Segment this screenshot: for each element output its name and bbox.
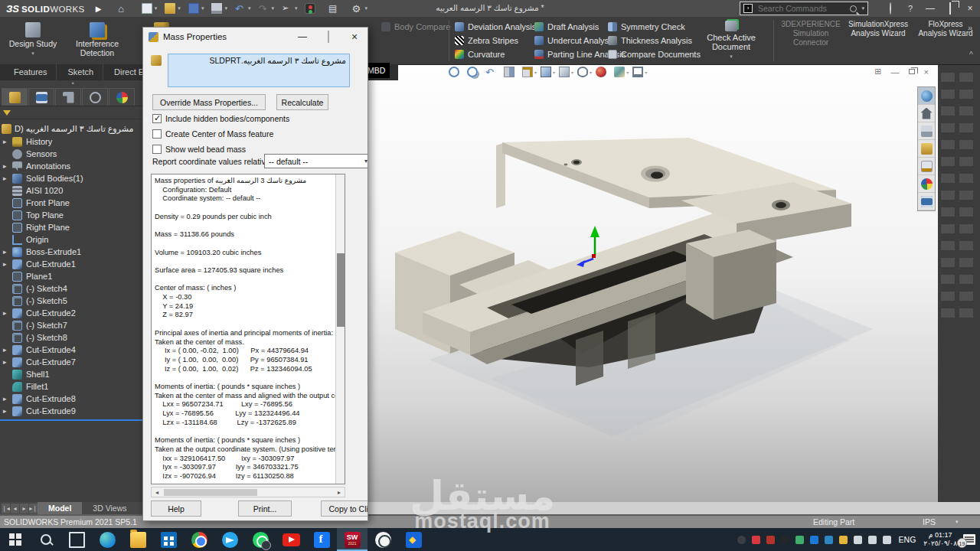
search-caret-icon[interactable]: ▾ [861, 5, 864, 11]
chevron-down-icon[interactable]: ▾ [534, 70, 537, 75]
expand-arrow-icon[interactable] [3, 395, 12, 403]
ribbon-button[interactable]: Design Study ▾ [3, 20, 63, 67]
chevron-down-icon[interactable]: ▾ [571, 70, 573, 75]
restore-icon[interactable] [940, 0, 960, 17]
hud-tool[interactable]: ▾ [613, 67, 629, 77]
task-pane-tab[interactable] [918, 105, 935, 122]
recalculate-button[interactable]: Recalculate [276, 94, 328, 110]
task-pane-tab[interactable] [918, 87, 935, 105]
check-active-document-button[interactable]: Check Active Document ▾ [690, 21, 773, 60]
tree-item[interactable]: Fillet1 [0, 380, 145, 393]
taskbar-app[interactable] [306, 528, 337, 551]
help-button[interactable]: Help [151, 500, 201, 517]
tree-filter[interactable] [0, 106, 145, 119]
tab-feature-tree[interactable] [2, 88, 28, 106]
chevron-down-icon[interactable]: ▾ [553, 70, 555, 75]
selected-document-field[interactable]: مشروع تاسك ٣ الرسمه الغربيه.SLDPRT [168, 54, 350, 87]
ribbon-collapse-icon[interactable]: ^ [969, 51, 973, 59]
tray-icon[interactable] [781, 536, 789, 544]
ribbon-button[interactable]: Thickness Analysis [608, 34, 701, 46]
tree-item[interactable]: Cut-Extrude1 [0, 258, 145, 270]
hud-tool[interactable]: ▾ [521, 67, 537, 77]
ribbon-button[interactable]: Compare Documents [608, 48, 701, 60]
taskbar-app[interactable] [153, 528, 184, 551]
ribbon-button[interactable]: Zebra Stripes [455, 34, 536, 46]
chevron-down-icon[interactable]: ▾ [271, 5, 274, 11]
chevron-down-icon[interactable]: ▾ [690, 54, 773, 60]
taskbar-app[interactable] [61, 528, 92, 551]
search-commands-box[interactable]: › ▾ [740, 2, 868, 15]
hud-tool[interactable]: ▾ [632, 67, 648, 77]
checkbox[interactable] [152, 129, 162, 139]
tree-item[interactable]: Boss-Extrude1 [0, 246, 145, 258]
expand-arrow-icon[interactable] [3, 174, 12, 182]
tray-icon[interactable] [795, 536, 804, 544]
ribbon-button[interactable]: Interference Detection ▾ [67, 20, 127, 67]
taskbar-app[interactable] [31, 528, 61, 551]
dialog-checkbox-row[interactable]: Include hidden bodies/components [152, 113, 289, 123]
ribbon-button[interactable]: Symmetry Check [608, 21, 701, 32]
checkbox[interactable] [152, 145, 162, 154]
doc-minimize-icon[interactable]: — [891, 67, 900, 77]
print-button[interactable]: Print... [238, 500, 292, 517]
units-caret-icon[interactable]: ▾ [956, 519, 959, 525]
last-tab-icon[interactable]: ▸❘ [29, 504, 38, 514]
scroll-right-icon[interactable]: ▸ [334, 489, 345, 496]
taskbar-app[interactable] [276, 528, 306, 551]
chevron-down-icon[interactable]: ▾ [201, 5, 204, 11]
first-tab-icon[interactable]: ❘◂ [2, 504, 10, 514]
coordinate-system-dropdown[interactable]: -- default -- ▾ [264, 154, 368, 168]
chevron-down-icon[interactable]: ▾ [31, 49, 34, 58]
chevron-down-icon[interactable]: ▾ [224, 5, 227, 11]
task-pane-tab[interactable] [918, 158, 935, 175]
horizontal-scrollbar[interactable]: ◂ ▸ [151, 487, 345, 497]
body-compare-button[interactable]: Body Compare [381, 22, 450, 31]
tray-icon[interactable] [737, 536, 746, 544]
taskbar-app[interactable] [184, 528, 214, 551]
ribbon-overflow-icon[interactable]: » [968, 23, 972, 32]
chevron-down-icon[interactable]: ▾ [248, 5, 251, 11]
tree-item[interactable]: (-) Sketch8 [0, 331, 145, 344]
hud-tool[interactable]: ▾ [577, 67, 593, 77]
tree-item[interactable]: (-) Sketch4 [0, 282, 145, 295]
close-icon[interactable]: × [960, 0, 980, 17]
hud-tool[interactable]: ▾ [448, 67, 464, 77]
hud-tool[interactable]: ▾ [485, 67, 501, 77]
expand-arrow-icon[interactable] [3, 346, 12, 354]
hud-tool[interactable]: ▾ [540, 67, 556, 77]
ribbon-button[interactable]: Deviation Analysis [455, 21, 536, 32]
tree-item[interactable]: Plane1 [0, 270, 145, 282]
clock[interactable]: 01:17 م ٢٠٢٥/٠٩/٠٨ [923, 531, 957, 548]
task-pane-tab[interactable] [918, 122, 935, 140]
tree-item[interactable]: AISI 1020 [0, 184, 145, 197]
copy-to-clipboard-button[interactable]: Copy to Clipb [321, 500, 368, 517]
tree-item[interactable]: Shell1 [0, 368, 145, 380]
tree-item[interactable]: Top Plane [0, 209, 145, 221]
qat-button[interactable]: ▾ [139, 1, 161, 16]
qat-button[interactable]: ▾ [185, 1, 207, 16]
chevron-down-icon[interactable]: ▾ [295, 5, 298, 11]
qat-button[interactable]: ▾ [255, 1, 277, 16]
qat-button[interactable]: ▾ [279, 1, 301, 16]
checkbox[interactable] [152, 114, 162, 123]
tree-item[interactable]: Annotations [0, 160, 145, 172]
tree-item[interactable]: History [0, 135, 145, 148]
rollback-bar[interactable] [0, 419, 145, 421]
tray-icon[interactable] [883, 536, 891, 544]
qat-button[interactable]: ▾ [115, 1, 137, 16]
tray-icon[interactable] [854, 536, 862, 544]
tree-item[interactable]: (-) Sketch5 [0, 295, 145, 307]
dialog-title-bar[interactable]: Mass Properties — × [143, 28, 368, 46]
taskbar-app[interactable] [398, 528, 429, 551]
chevron-down-icon[interactable]: ▾ [155, 5, 158, 11]
task-pane-tab[interactable] [918, 175, 935, 193]
expand-arrow-icon[interactable] [3, 162, 12, 170]
tree-item[interactable]: (-) Sketch7 [0, 319, 145, 331]
search-input[interactable] [756, 3, 850, 14]
language-indicator[interactable]: ENG [899, 535, 916, 544]
action-center-icon[interactable]: 19 [963, 534, 975, 545]
chevron-down-icon[interactable]: ▾ [645, 70, 647, 75]
logo-flyout-arrow-icon[interactable]: ▶ [96, 5, 102, 13]
tray-icon[interactable] [810, 536, 818, 544]
ribbon-button[interactable]: SimulationXpress Analysis Wizard [847, 20, 910, 47]
